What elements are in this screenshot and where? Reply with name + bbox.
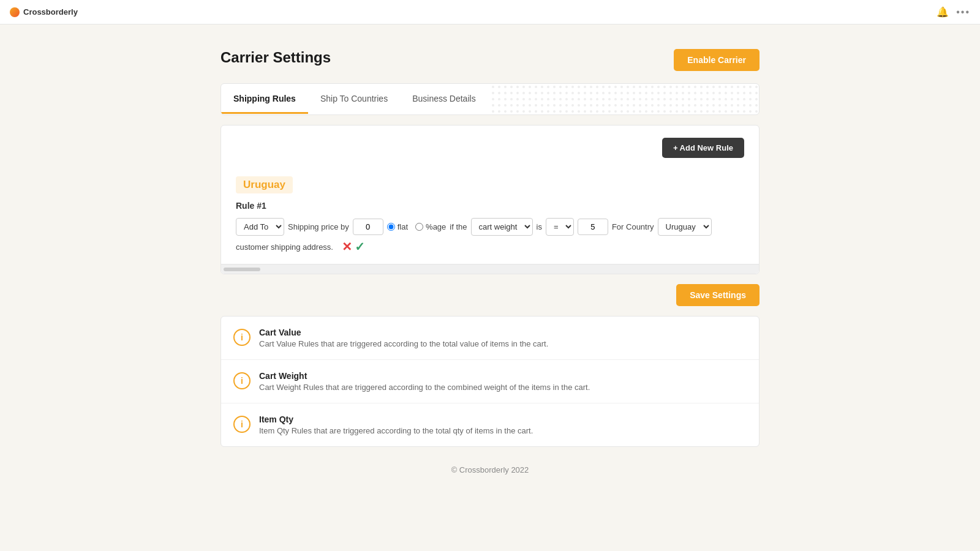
flat-radio-label[interactable]: flat: [387, 222, 408, 231]
price-type-radio-group: flat %age: [387, 222, 447, 231]
info-item-cart-weight: i Cart Weight Cart Weight Rules that are…: [221, 360, 759, 403]
percentage-label: %age: [426, 222, 446, 231]
flat-label: flat: [398, 222, 408, 231]
price-input[interactable]: [353, 219, 383, 235]
tab-business-details[interactable]: Business Details: [400, 85, 488, 114]
qty-input[interactable]: [578, 219, 608, 235]
flat-radio[interactable]: [387, 223, 395, 231]
scroll-bar[interactable]: [221, 264, 759, 274]
address-text: customer shipping address.: [236, 242, 333, 252]
rule-row: Add To Shipping price by flat %age if th…: [236, 218, 744, 254]
topbar: Crossborderly 🔔 •••: [0, 0, 980, 24]
shipping-price-text: Shipping price by: [288, 222, 349, 231]
country-select[interactable]: Uruguay: [658, 218, 712, 236]
svg-text:i: i: [241, 419, 243, 429]
footer: © Crossborderly 2022: [221, 465, 760, 487]
rule-title: Rule #1: [236, 201, 744, 211]
tabs-card: Shipping Rules Ship To Countries Busines…: [221, 83, 760, 115]
tabs-decoration: [490, 84, 759, 114]
rules-card: + Add New Rule Uruguay Rule #1 Add To Sh…: [221, 125, 760, 274]
svg-text:i: i: [241, 376, 243, 386]
svg-text:i: i: [241, 332, 243, 342]
brand-name: Crossborderly: [23, 7, 78, 17]
page-title: Carrier Settings: [221, 49, 331, 66]
tab-shipping-rules[interactable]: Shipping Rules: [221, 85, 308, 114]
cart-value-icon: i: [233, 329, 251, 346]
tabs-list: Shipping Rules Ship To Countries Busines…: [221, 85, 490, 114]
percentage-radio-label[interactable]: %age: [415, 222, 446, 231]
if-text: if the: [450, 222, 467, 231]
tab-ship-to-countries[interactable]: Ship To Countries: [308, 85, 400, 114]
info-item-item-qty: i Item Qty Item Qty Rules that are trigg…: [221, 403, 759, 446]
bell-icon[interactable]: 🔔: [937, 6, 949, 18]
main-content: Carrier Settings Enable Carrier Shipping…: [208, 24, 772, 511]
info-text-cart-weight: Cart Weight Cart Weight Rules that are t…: [259, 371, 590, 392]
is-text: is: [537, 222, 542, 231]
cancel-rule-icon[interactable]: ✕: [342, 239, 352, 254]
page-header: Carrier Settings Enable Carrier: [221, 49, 760, 71]
item-qty-icon: i: [233, 416, 251, 433]
brand: Crossborderly: [10, 7, 78, 17]
cart-weight-icon: i: [233, 372, 251, 389]
info-item-cart-value: i Cart Value Cart Value Rules that are t…: [221, 317, 759, 360]
for-country-text: For Country: [612, 222, 654, 231]
info-text-item-qty: Item Qty Item Qty Rules that are trigger…: [259, 414, 533, 435]
brand-icon: [10, 7, 20, 17]
info-text-cart-value: Cart Value Cart Value Rules that are tri…: [259, 328, 548, 348]
enable-carrier-button[interactable]: Enable Carrier: [674, 49, 760, 71]
scroll-thumb: [224, 268, 260, 271]
add-new-rule-button[interactable]: + Add New Rule: [662, 138, 744, 158]
info-card: i Cart Value Cart Value Rules that are t…: [221, 316, 760, 447]
ellipsis-icon[interactable]: •••: [956, 7, 970, 18]
confirm-rule-icon[interactable]: ✓: [355, 239, 365, 254]
action-icons: ✕ ✓: [342, 239, 365, 254]
save-row: Save Settings: [221, 284, 760, 306]
add-to-select[interactable]: Add To: [236, 218, 284, 236]
condition-select[interactable]: cart weight: [471, 218, 533, 236]
country-label: Uruguay: [236, 176, 293, 193]
topbar-actions: 🔔 •••: [937, 6, 970, 18]
save-settings-button[interactable]: Save Settings: [676, 284, 760, 306]
percentage-radio[interactable]: [415, 223, 423, 231]
operator-select[interactable]: =: [546, 218, 574, 236]
